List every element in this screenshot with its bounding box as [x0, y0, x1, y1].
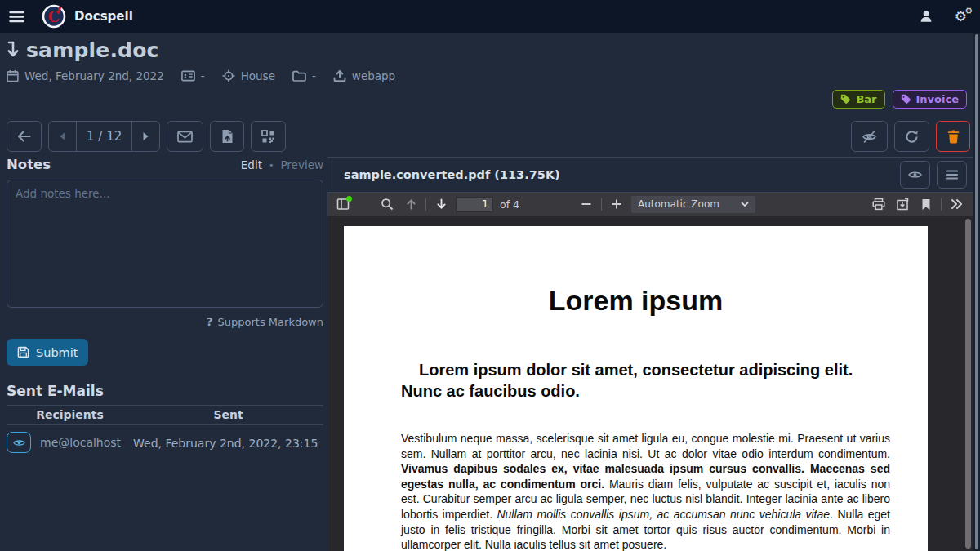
- concerning-icon: [222, 69, 235, 82]
- attachment-panel: sample.converted.pdf (113.75K): [327, 157, 973, 551]
- correspondent-value[interactable]: -: [201, 69, 205, 82]
- question-icon: ?: [206, 315, 212, 328]
- double-chevron-right-icon: [951, 198, 963, 210]
- submit-notes-button[interactable]: Submit: [7, 339, 88, 366]
- find-button[interactable]: [378, 195, 396, 213]
- concerning-value[interactable]: House: [241, 69, 275, 82]
- zoom-select[interactable]: Automatic Zoom: [631, 196, 755, 213]
- pdf-page: Lorem ipsum Lorem ipsum dolor sit amet, …: [344, 226, 928, 551]
- column-sent: Sent: [133, 406, 323, 425]
- page-count-label: of 4: [500, 198, 519, 211]
- zoom-in-button[interactable]: [608, 195, 626, 213]
- page-scrollbar[interactable]: [973, 33, 980, 551]
- zoom-out-button[interactable]: [577, 195, 595, 213]
- qrcode-icon: [261, 130, 275, 144]
- sent-emails-table: Recipients Sent me@localhost Wed, Februa…: [7, 405, 323, 458]
- attachment-filename: sample.converted.pdf (113.75K): [344, 168, 560, 181]
- send-mail-button[interactable]: [167, 121, 203, 152]
- docspell-logo[interactable]: C: [42, 4, 66, 29]
- pdf-viewer: Lorem ipsum Lorem ipsum dolor sit amet, …: [327, 216, 973, 551]
- notification-dot: [346, 196, 352, 202]
- delete-button[interactable]: [936, 121, 970, 152]
- view-mail-button[interactable]: [7, 432, 31, 453]
- next-page-button[interactable]: [432, 195, 450, 213]
- notes-edit-link[interactable]: Edit: [241, 158, 262, 171]
- chevron-down-icon: [741, 202, 749, 207]
- attachment-pagination: 1 / 12: [48, 121, 160, 152]
- attachment-view-button[interactable]: [900, 161, 930, 189]
- tag-icon: [901, 94, 911, 104]
- arrow-left-icon: [17, 130, 31, 143]
- pdf-scrollbar-thumb[interactable]: [965, 219, 971, 549]
- page-scrollbar-thumb[interactable]: [975, 34, 978, 549]
- save-icon: [17, 346, 29, 358]
- tag-invoice[interactable]: Invoice: [893, 90, 967, 109]
- next-attachment-button[interactable]: [131, 122, 159, 151]
- page-number-input[interactable]: [456, 197, 493, 212]
- back-button[interactable]: [7, 121, 42, 152]
- refresh-icon: [905, 130, 919, 144]
- item-toolbar: 1 / 12: [7, 121, 970, 152]
- source-value[interactable]: webapp: [352, 69, 395, 82]
- tags-row: Bar Invoice: [832, 90, 967, 109]
- sidebar-toggle-button[interactable]: [334, 195, 352, 213]
- pdf-paragraph: Vestibulum neque massa, scelerisque sit …: [401, 431, 890, 551]
- pdfjs-toolbar: of 4 Automatic Zoom: [327, 193, 973, 216]
- download-button[interactable]: [893, 195, 911, 213]
- notes-heading: Notes: [7, 157, 51, 172]
- eye-slash-icon: [862, 130, 877, 144]
- add-files-button[interactable]: [210, 121, 244, 152]
- tag-icon: [840, 94, 851, 104]
- file-upload-icon: [221, 129, 234, 144]
- sent-email-row: me@localhost Wed, February 2nd, 2022, 23…: [7, 425, 323, 459]
- pdf-heading: Lorem ipsum dolor sit amet, consectetur …: [401, 359, 890, 402]
- envelope-icon: [177, 131, 193, 143]
- print-button[interactable]: [870, 195, 888, 213]
- prev-attachment-button[interactable]: [49, 122, 76, 151]
- calendar-icon: [7, 69, 19, 82]
- user-icon[interactable]: [919, 9, 933, 24]
- app-title[interactable]: Docspell: [74, 9, 133, 24]
- hide-sidebar-button[interactable]: [851, 121, 888, 152]
- reload-button[interactable]: [894, 121, 929, 152]
- bookmark-button[interactable]: [917, 195, 935, 213]
- menu-hamburger-icon[interactable]: [9, 11, 24, 23]
- trash-icon: [947, 130, 960, 144]
- eye-icon: [13, 438, 25, 447]
- qr-code-button[interactable]: [251, 121, 286, 152]
- tag-bar[interactable]: Bar: [832, 90, 884, 109]
- notes-input[interactable]: [7, 180, 323, 308]
- notes-panel: Notes Edit • Preview ? Supports Markdown…: [7, 157, 323, 458]
- pdf-title: Lorem ipsum: [344, 285, 928, 317]
- column-recipients: Recipients: [7, 406, 133, 425]
- previous-page-button[interactable]: [402, 195, 420, 213]
- attachment-menu-button[interactable]: [937, 161, 967, 189]
- folder-icon: [292, 70, 306, 82]
- sent-emails-heading: Sent E-Mails: [7, 383, 323, 399]
- notes-preview-link[interactable]: Preview: [280, 158, 323, 171]
- mail-sent-date: Wed, February 2nd, 2022, 23:15: [133, 437, 318, 450]
- list-icon: [946, 170, 958, 180]
- markdown-hint[interactable]: Supports Markdown: [218, 316, 323, 328]
- source-upload-icon: [333, 69, 346, 82]
- document-header: sample.doc Wed, February 2nd, 2022 - Hou…: [7, 38, 395, 82]
- navbar: C Docspell ⚙⚙: [0, 0, 980, 33]
- toolbar-more-button[interactable]: [947, 195, 965, 213]
- attachment-page-indicator: 1 / 12: [76, 122, 131, 151]
- folder-value[interactable]: -: [312, 69, 316, 82]
- correspondent-icon: [181, 70, 195, 82]
- download-arrow-icon: [7, 41, 19, 60]
- mail-recipient: me@localhost: [40, 436, 121, 449]
- page-title: sample.doc: [26, 38, 159, 62]
- dot-separator: •: [269, 160, 274, 171]
- eye-icon: [908, 170, 922, 180]
- item-date[interactable]: Wed, February 2nd, 2022: [24, 69, 164, 82]
- settings-gears-icon[interactable]: ⚙⚙: [955, 10, 967, 24]
